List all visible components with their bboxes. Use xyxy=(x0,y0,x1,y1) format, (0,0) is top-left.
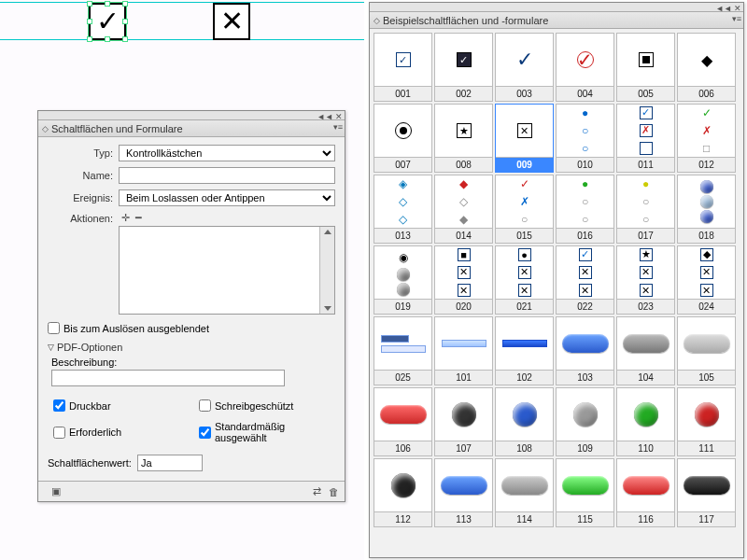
library-item-107[interactable]: 107 xyxy=(434,387,493,456)
add-action-icon[interactable]: ✛ xyxy=(119,212,132,224)
panel-header[interactable]: ◇ Beispielschaltflächen und -formulare xyxy=(370,12,743,29)
library-item-114[interactable]: 114 xyxy=(495,458,554,527)
library-item-label: 014 xyxy=(435,228,492,243)
ereignis-select[interactable]: Beim Loslassen oder Antippen xyxy=(119,189,335,206)
panel-collapse-icon[interactable]: ◄◄ xyxy=(715,4,732,13)
schreibgeschuetzt-checkbox[interactable] xyxy=(199,399,211,412)
druckbar-checkbox[interactable] xyxy=(53,399,65,412)
library-item-011[interactable]: ✓✗011 xyxy=(616,104,675,173)
schaltflaechenwert-input[interactable] xyxy=(137,455,203,471)
library-item-111[interactable]: 111 xyxy=(677,387,736,456)
scrollbar[interactable] xyxy=(319,227,334,314)
library-item-106[interactable]: 106 xyxy=(374,387,432,456)
panel-drag-area[interactable]: ◄◄ ✕ xyxy=(38,111,345,120)
library-item-label: 115 xyxy=(557,511,613,526)
preview-icon: ■✕✕ xyxy=(435,246,492,299)
canvas-checkbox-object-x[interactable]: ✕ xyxy=(213,3,250,40)
library-item-009[interactable]: ✕009 xyxy=(495,104,554,173)
library-item-001[interactable]: ✓001 xyxy=(374,33,432,102)
library-item-112[interactable]: 112 xyxy=(374,458,432,527)
library-item-105[interactable]: 105 xyxy=(677,316,736,385)
library-item-007[interactable]: 007 xyxy=(374,104,432,173)
library-item-110[interactable]: 110 xyxy=(616,387,675,456)
library-item-116[interactable]: 116 xyxy=(616,458,675,527)
preview-icon: ✕ xyxy=(496,105,553,157)
library-item-022[interactable]: ✓✕✕022 xyxy=(556,245,614,315)
panel-menu-icon[interactable]: ▾≡ xyxy=(333,122,343,132)
panel-close-icon[interactable]: ✕ xyxy=(335,112,343,121)
library-item-104[interactable]: 104 xyxy=(616,316,675,385)
library-item-003[interactable]: ✓003 xyxy=(495,33,554,102)
standard-ausgewaehlt-checkbox[interactable] xyxy=(199,427,211,439)
preview-icon xyxy=(678,317,735,370)
library-item-label: 018 xyxy=(678,228,735,243)
library-item-109[interactable]: 109 xyxy=(556,387,614,456)
preview-icon xyxy=(617,388,674,441)
library-item-005[interactable]: 005 xyxy=(616,33,675,102)
convert-icon[interactable]: ⇄ xyxy=(313,485,321,497)
library-item-006[interactable]: ◆006 xyxy=(677,33,736,102)
preview-icon xyxy=(557,388,613,441)
hidden-until-trigger-checkbox[interactable] xyxy=(48,322,60,334)
library-item-label: 016 xyxy=(557,228,613,243)
library-item-016[interactable]: ●○○016 xyxy=(556,175,614,244)
canvas-checkbox-object[interactable]: ✓ xyxy=(89,3,126,40)
library-item-103[interactable]: 103 xyxy=(556,316,614,385)
library-item-102[interactable]: 102 xyxy=(495,316,554,385)
panel-drag-area[interactable]: ◄◄ ✕ xyxy=(370,3,743,12)
library-item-label: 015 xyxy=(496,228,553,243)
actions-list[interactable] xyxy=(119,226,335,315)
preview-icon: ✓ xyxy=(496,34,553,86)
triangle-down-icon[interactable]: ▽ xyxy=(48,343,54,352)
library-item-019[interactable]: ◉019 xyxy=(374,245,432,315)
panel-collapse-icon[interactable]: ◄◄ xyxy=(317,112,333,121)
library-item-010[interactable]: ●○○010 xyxy=(556,104,614,173)
library-item-label: 013 xyxy=(374,228,431,243)
typ-label: Typ: xyxy=(48,147,113,159)
panel-header[interactable]: ◇ Schaltflächen und Formulare xyxy=(38,120,345,137)
library-item-014[interactable]: ◆◇◆014 xyxy=(434,175,493,244)
typ-select[interactable]: Kontrollkästchen xyxy=(119,145,335,161)
ereignis-label: Ereignis: xyxy=(48,192,113,203)
library-item-label: 011 xyxy=(617,157,674,172)
erforderlich-checkbox[interactable] xyxy=(53,427,65,439)
preview-icon: ◆✕✕ xyxy=(678,246,735,299)
name-input[interactable] xyxy=(119,167,335,184)
schaltflaechenwert-label: Schaltflächenwert: xyxy=(48,457,132,469)
library-item-012[interactable]: ✓✗□012 xyxy=(677,104,736,173)
library-item-017[interactable]: ●○○017 xyxy=(616,175,675,244)
library-item-018[interactable]: 018 xyxy=(677,175,736,244)
library-item-002[interactable]: ✓002 xyxy=(434,33,493,102)
preview-icon: ✓✕✕ xyxy=(557,246,613,299)
guide-horizontal xyxy=(0,2,364,3)
remove-action-icon[interactable]: ━ xyxy=(132,212,145,224)
library-item-101[interactable]: 101 xyxy=(434,316,493,385)
panel-close-icon[interactable]: ✕ xyxy=(734,4,741,13)
library-item-020[interactable]: ■✕✕020 xyxy=(434,245,493,315)
beschreibung-input[interactable] xyxy=(51,370,285,386)
library-item-015[interactable]: ✓✗○015 xyxy=(495,175,554,244)
preview-icon[interactable]: ▣ xyxy=(51,485,61,497)
library-item-108[interactable]: 108 xyxy=(495,387,554,456)
preview-icon: ●✕✕ xyxy=(496,246,553,299)
library-item-117[interactable]: 117 xyxy=(677,458,736,527)
library-item-004[interactable]: ✓004 xyxy=(556,33,614,102)
library-item-021[interactable]: ●✕✕021 xyxy=(495,245,554,315)
preview-icon xyxy=(617,317,674,370)
library-item-024[interactable]: ◆✕✕024 xyxy=(677,245,736,315)
library-item-label: 102 xyxy=(496,370,553,385)
preview-icon xyxy=(374,317,431,370)
panel-menu-icon[interactable]: ▾≡ xyxy=(732,14,741,23)
library-item-008[interactable]: ★008 xyxy=(434,104,493,173)
library-item-013[interactable]: ◈◇◇013 xyxy=(374,175,432,244)
trash-icon[interactable]: 🗑 xyxy=(329,486,339,497)
library-item-label: 022 xyxy=(557,299,613,314)
preview-icon xyxy=(557,459,613,511)
library-item-025[interactable]: 025 xyxy=(374,316,432,385)
library-item-label: 101 xyxy=(435,370,492,385)
library-item-115[interactable]: 115 xyxy=(556,458,614,527)
library-item-113[interactable]: 113 xyxy=(434,458,493,527)
name-label: Name: xyxy=(48,170,113,181)
library-item-023[interactable]: ★✕✕023 xyxy=(616,245,675,315)
library-item-label: 108 xyxy=(496,441,553,455)
